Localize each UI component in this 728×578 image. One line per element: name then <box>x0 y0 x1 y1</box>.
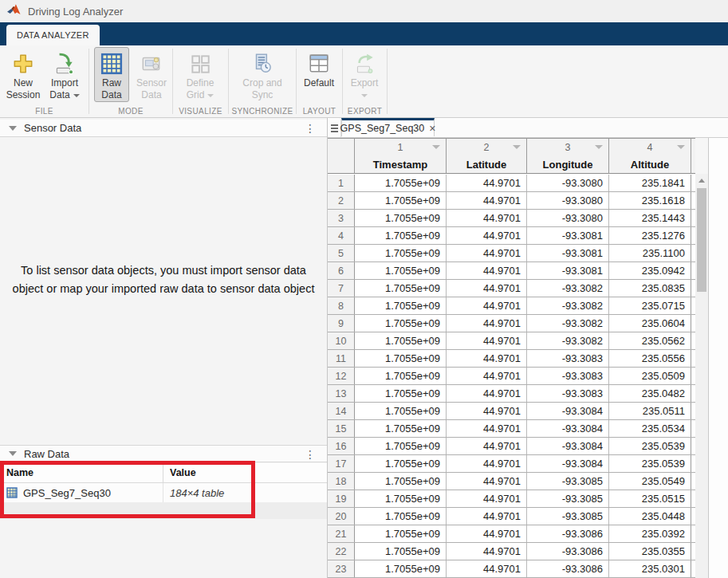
grid-cell[interactable]: 235.0511 <box>609 403 691 419</box>
row-number[interactable]: 20 <box>328 508 355 525</box>
grid-cell[interactable]: 44.9701 <box>447 245 527 261</box>
grid-cell[interactable]: -93.3080 <box>527 192 609 209</box>
table-row[interactable]: 121.7055e+0944.9701-93.3083235.0509 <box>328 368 700 385</box>
row-number[interactable]: 10 <box>328 332 355 349</box>
grid-cell[interactable]: 235.1100 <box>609 245 691 261</box>
table-row[interactable]: 71.7055e+0944.9701-93.3082235.0835 <box>328 280 700 297</box>
row-number[interactable]: 3 <box>328 210 355 226</box>
row-number[interactable]: 21 <box>328 525 355 542</box>
table-row[interactable]: 231.7055e+0944.9701-93.3086235.0301 <box>328 560 700 578</box>
grid-cell[interactable]: 1.7055e+09 <box>355 262 447 279</box>
import-data-button[interactable]: Import Data <box>44 47 85 102</box>
grid-cell[interactable]: 235.0556 <box>609 350 691 367</box>
grid-cell[interactable]: -93.3080 <box>527 175 609 191</box>
grid-cell[interactable]: -93.3082 <box>527 315 609 332</box>
grid-cell[interactable]: 1.7055e+09 <box>355 350 447 367</box>
vertical-scrollbar[interactable] <box>695 174 708 578</box>
grid-cell[interactable]: 235.0534 <box>609 420 691 437</box>
row-number[interactable]: 8 <box>328 297 355 314</box>
grid-cell[interactable]: -93.3081 <box>527 262 609 279</box>
column-header-latitude[interactable]: 2Latitude <box>447 139 527 173</box>
grid-cell[interactable]: 1.7055e+09 <box>355 403 447 419</box>
grid-cell[interactable]: 44.9701 <box>447 420 527 437</box>
scrollbar-thumb[interactable] <box>697 188 706 292</box>
row-number[interactable]: 17 <box>328 455 355 472</box>
grid-cell[interactable]: 235.0301 <box>609 560 691 577</box>
row-number[interactable]: 1 <box>328 175 355 191</box>
grid-cell[interactable]: -93.3082 <box>527 332 609 349</box>
grid-cell[interactable]: 235.1443 <box>609 210 691 226</box>
grid-cell[interactable]: 44.9701 <box>447 455 527 472</box>
grid-cell[interactable]: 1.7055e+09 <box>355 490 447 507</box>
default-layout-button[interactable]: Default <box>299 47 339 90</box>
grid-cell[interactable]: 235.0482 <box>609 385 691 402</box>
table-row[interactable]: 191.7055e+0944.9701-93.3085235.0515 <box>328 490 700 508</box>
raw-data-row[interactable]: GPS_Seg7_Seq30184×4 table <box>0 483 327 502</box>
table-row[interactable]: 81.7055e+0944.9701-93.3082235.0715 <box>328 297 700 315</box>
row-number[interactable]: 23 <box>328 560 355 577</box>
grid-cell[interactable]: 44.9701 <box>447 350 527 367</box>
grid-cell[interactable]: 44.9701 <box>447 490 527 507</box>
grid-cell[interactable]: 1.7055e+09 <box>355 525 447 542</box>
grid-cell[interactable]: 1.7055e+09 <box>355 315 447 332</box>
grid-cell[interactable]: 1.7055e+09 <box>355 368 447 384</box>
grid-cell[interactable]: 44.9701 <box>447 192 527 209</box>
grid-cell[interactable]: 1.7055e+09 <box>355 210 447 226</box>
new-session-button[interactable]: New Session <box>4 47 42 102</box>
column-header-altitude[interactable]: 4Altitude <box>609 139 691 173</box>
table-row[interactable]: 211.7055e+0944.9701-93.3086235.0392 <box>328 525 700 543</box>
table-row[interactable]: 11.7055e+0944.9701-93.3080235.1841 <box>328 175 700 192</box>
grid-cell[interactable]: 44.9701 <box>447 297 527 314</box>
tab-close-icon[interactable]: × <box>429 124 435 133</box>
grid-cell[interactable]: 235.0942 <box>609 262 691 279</box>
grid-cell[interactable]: 1.7055e+09 <box>355 560 447 577</box>
grid-cell[interactable]: 1.7055e+09 <box>355 245 447 261</box>
table-row[interactable]: 141.7055e+0944.9701-93.3084235.0511 <box>328 403 700 420</box>
table-row[interactable]: 91.7055e+0944.9701-93.3082235.0604 <box>328 315 700 332</box>
row-number[interactable]: 7 <box>328 280 355 297</box>
grid-cell[interactable]: 235.0355 <box>609 543 691 560</box>
grid-cell[interactable]: 235.1618 <box>609 192 691 209</box>
grid-cell[interactable]: 44.9701 <box>447 560 527 577</box>
row-number[interactable]: 9 <box>328 315 355 332</box>
grid-cell[interactable]: -93.3084 <box>527 455 609 472</box>
table-row[interactable]: 61.7055e+0944.9701-93.3081235.0942 <box>328 262 700 280</box>
grid-cell[interactable]: -93.3080 <box>527 210 609 226</box>
grid-cell[interactable]: -93.3083 <box>527 350 609 367</box>
grid-cell[interactable]: 44.9701 <box>447 438 527 454</box>
grid-cell[interactable]: 235.0562 <box>609 332 691 349</box>
grid-cell[interactable]: -93.3085 <box>527 473 609 490</box>
grid-cell[interactable]: 1.7055e+09 <box>355 385 447 402</box>
table-row[interactable]: 171.7055e+0944.9701-93.3084235.0539 <box>328 455 700 473</box>
grid-cell[interactable]: -93.3086 <box>527 560 609 577</box>
tab-gps-seg7-seq30[interactable]: GPS_Seg7_Seq30 × <box>341 118 435 136</box>
grid-cell[interactable]: -93.3084 <box>527 420 609 437</box>
table-row[interactable]: 41.7055e+0944.9701-93.3081235.1276 <box>328 227 700 245</box>
row-number[interactable]: 16 <box>328 438 355 454</box>
grid-cell[interactable]: -93.3082 <box>527 280 609 297</box>
grid-cell[interactable]: -93.3086 <box>527 525 609 542</box>
grid-cell[interactable]: 1.7055e+09 <box>355 508 447 525</box>
document-bar-menu-icon[interactable] <box>328 120 341 137</box>
grid-cell[interactable]: 1.7055e+09 <box>355 420 447 437</box>
raw-row-name[interactable]: GPS_Seg7_Seq30 <box>0 483 163 502</box>
grid-cell[interactable]: 235.0392 <box>609 525 691 542</box>
row-number[interactable]: 13 <box>328 385 355 402</box>
grid-cell[interactable]: 44.9701 <box>447 385 527 402</box>
row-number[interactable]: 11 <box>328 350 355 367</box>
raw-data-mode-button[interactable]: Raw Data <box>94 47 129 102</box>
import-data-dropdown-icon[interactable] <box>73 94 80 97</box>
table-row[interactable]: 31.7055e+0944.9701-93.3080235.1443 <box>328 210 700 227</box>
grid-cell[interactable]: 235.1276 <box>609 227 691 244</box>
grid-cell[interactable]: -93.3081 <box>527 245 609 261</box>
grid-cell[interactable]: 235.0539 <box>609 438 691 454</box>
grid-cell[interactable]: 44.9701 <box>447 332 527 349</box>
grid-cell[interactable]: -93.3085 <box>527 490 609 507</box>
grid-cell[interactable]: 1.7055e+09 <box>355 192 447 209</box>
row-number[interactable]: 5 <box>328 245 355 261</box>
grid-cell[interactable]: 1.7055e+09 <box>355 438 447 454</box>
table-row[interactable]: 181.7055e+0944.9701-93.3085235.0549 <box>328 473 700 490</box>
collapse-caret-icon[interactable] <box>9 451 17 456</box>
row-number[interactable]: 18 <box>328 473 355 490</box>
column-header-timestamp[interactable]: 1Timestamp <box>355 139 447 173</box>
